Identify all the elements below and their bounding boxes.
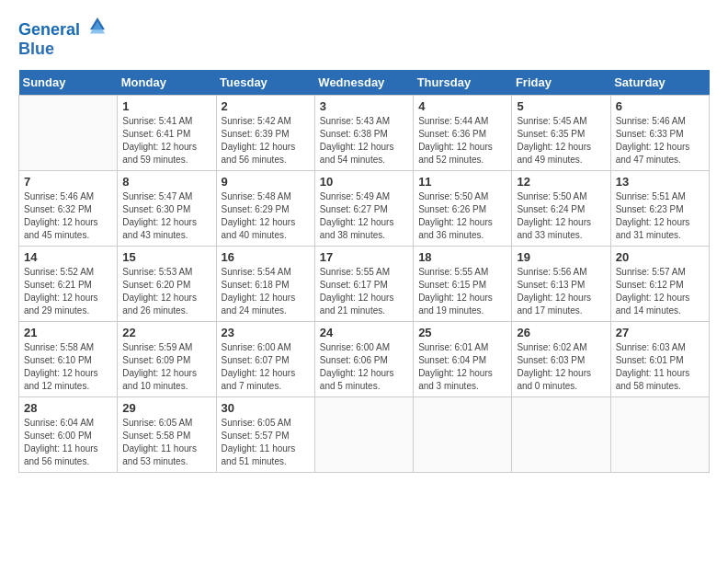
logo: General Blue [18, 15, 108, 59]
day-cell: 8Sunrise: 5:47 AM Sunset: 6:30 PM Daylig… [118, 170, 216, 246]
day-number: 14 [24, 250, 112, 264]
day-cell: 4Sunrise: 5:44 AM Sunset: 6:36 PM Daylig… [414, 95, 512, 170]
day-number: 1 [122, 99, 210, 113]
day-number: 28 [24, 401, 112, 415]
day-cell: 9Sunrise: 5:48 AM Sunset: 6:29 PM Daylig… [216, 170, 314, 246]
day-info: Sunrise: 5:55 AM Sunset: 6:15 PM Dayligh… [418, 266, 506, 317]
day-cell: 15Sunrise: 5:53 AM Sunset: 6:20 PM Dayli… [118, 246, 216, 321]
day-info: Sunrise: 6:00 AM Sunset: 6:07 PM Dayligh… [222, 341, 310, 393]
day-number: 2 [222, 99, 310, 113]
day-number: 3 [320, 99, 408, 113]
logo-icon [87, 15, 108, 35]
day-info: Sunrise: 6:00 AM Sunset: 6:06 PM Dayligh… [320, 341, 408, 393]
day-number: 7 [24, 175, 112, 189]
day-cell: 10Sunrise: 5:49 AM Sunset: 6:27 PM Dayli… [314, 170, 413, 246]
day-cell [610, 396, 709, 472]
day-cell: 24Sunrise: 6:00 AM Sunset: 6:06 PM Dayli… [314, 321, 413, 396]
day-info: Sunrise: 5:58 AM Sunset: 6:10 PM Dayligh… [24, 341, 112, 393]
day-info: Sunrise: 5:48 AM Sunset: 6:29 PM Dayligh… [222, 190, 310, 242]
day-cell: 14Sunrise: 5:52 AM Sunset: 6:21 PM Dayli… [19, 246, 118, 321]
day-cell: 21Sunrise: 5:58 AM Sunset: 6:10 PM Dayli… [19, 321, 118, 396]
day-info: Sunrise: 5:47 AM Sunset: 6:30 PM Dayligh… [122, 190, 210, 242]
day-info: Sunrise: 5:51 AM Sunset: 6:23 PM Dayligh… [616, 190, 704, 242]
day-cell: 20Sunrise: 5:57 AM Sunset: 6:12 PM Dayli… [610, 246, 709, 321]
day-cell: 27Sunrise: 6:03 AM Sunset: 6:01 PM Dayli… [610, 321, 709, 396]
logo-blue: Blue [18, 40, 108, 59]
day-cell: 5Sunrise: 5:45 AM Sunset: 6:35 PM Daylig… [512, 95, 610, 170]
day-info: Sunrise: 5:56 AM Sunset: 6:13 PM Dayligh… [517, 266, 605, 317]
day-info: Sunrise: 5:57 AM Sunset: 6:12 PM Dayligh… [616, 266, 704, 317]
day-info: Sunrise: 5:42 AM Sunset: 6:39 PM Dayligh… [222, 115, 310, 167]
day-cell: 7Sunrise: 5:46 AM Sunset: 6:32 PM Daylig… [19, 170, 118, 246]
week-row-4: 21Sunrise: 5:58 AM Sunset: 6:10 PM Dayli… [19, 321, 710, 396]
weekday-header-friday: Friday [512, 70, 610, 96]
day-number: 16 [222, 250, 310, 264]
day-info: Sunrise: 6:02 AM Sunset: 6:03 PM Dayligh… [517, 341, 605, 393]
day-cell [414, 396, 512, 472]
day-cell: 18Sunrise: 5:55 AM Sunset: 6:15 PM Dayli… [414, 246, 512, 321]
day-number: 25 [418, 326, 506, 339]
day-cell: 12Sunrise: 5:50 AM Sunset: 6:24 PM Dayli… [512, 170, 610, 246]
day-cell: 28Sunrise: 6:04 AM Sunset: 6:00 PM Dayli… [19, 396, 118, 472]
day-cell: 11Sunrise: 5:50 AM Sunset: 6:26 PM Dayli… [414, 170, 512, 246]
day-cell: 2Sunrise: 5:42 AM Sunset: 6:39 PM Daylig… [216, 95, 314, 170]
day-number: 13 [616, 175, 704, 189]
weekday-header-saturday: Saturday [610, 70, 709, 96]
day-cell: 19Sunrise: 5:56 AM Sunset: 6:13 PM Dayli… [512, 246, 610, 321]
day-cell: 25Sunrise: 6:01 AM Sunset: 6:04 PM Dayli… [414, 321, 512, 396]
day-number: 8 [122, 175, 210, 189]
day-number: 27 [616, 326, 704, 339]
week-row-2: 7Sunrise: 5:46 AM Sunset: 6:32 PM Daylig… [19, 170, 710, 246]
day-number: 17 [320, 250, 408, 264]
day-info: Sunrise: 6:05 AM Sunset: 5:58 PM Dayligh… [122, 417, 210, 468]
day-info: Sunrise: 5:45 AM Sunset: 6:35 PM Dayligh… [517, 115, 605, 167]
day-info: Sunrise: 5:55 AM Sunset: 6:17 PM Dayligh… [320, 266, 408, 317]
day-number: 19 [517, 250, 605, 264]
day-info: Sunrise: 5:41 AM Sunset: 6:41 PM Dayligh… [122, 115, 210, 167]
day-cell: 30Sunrise: 6:05 AM Sunset: 5:57 PM Dayli… [216, 396, 314, 472]
calendar-table: SundayMondayTuesdayWednesdayThursdayFrid… [18, 70, 710, 473]
day-info: Sunrise: 6:01 AM Sunset: 6:04 PM Dayligh… [418, 341, 506, 393]
page-container: General Blue SundayMondayTuesdayWednesda… [0, 0, 728, 482]
day-number: 11 [418, 175, 506, 189]
day-number: 23 [222, 326, 310, 339]
day-number: 20 [616, 250, 704, 264]
day-number: 15 [122, 250, 210, 264]
day-cell: 29Sunrise: 6:05 AM Sunset: 5:58 PM Dayli… [118, 396, 216, 472]
day-info: Sunrise: 5:44 AM Sunset: 6:36 PM Dayligh… [418, 115, 506, 167]
day-number: 21 [24, 326, 112, 339]
day-number: 6 [616, 99, 704, 113]
day-info: Sunrise: 5:50 AM Sunset: 6:24 PM Dayligh… [517, 190, 605, 242]
day-cell [19, 95, 118, 170]
day-info: Sunrise: 5:53 AM Sunset: 6:20 PM Dayligh… [122, 266, 210, 317]
day-number: 29 [122, 401, 210, 415]
day-info: Sunrise: 5:43 AM Sunset: 6:38 PM Dayligh… [320, 115, 408, 167]
day-info: Sunrise: 5:52 AM Sunset: 6:21 PM Dayligh… [24, 266, 112, 317]
day-number: 18 [418, 250, 506, 264]
day-info: Sunrise: 5:54 AM Sunset: 6:18 PM Dayligh… [222, 266, 310, 317]
day-info: Sunrise: 5:46 AM Sunset: 6:32 PM Dayligh… [24, 190, 112, 242]
day-number: 5 [517, 99, 605, 113]
day-cell: 16Sunrise: 5:54 AM Sunset: 6:18 PM Dayli… [216, 246, 314, 321]
day-cell: 3Sunrise: 5:43 AM Sunset: 6:38 PM Daylig… [314, 95, 413, 170]
day-cell: 1Sunrise: 5:41 AM Sunset: 6:41 PM Daylig… [118, 95, 216, 170]
day-cell [512, 396, 610, 472]
weekday-header-monday: Monday [118, 70, 216, 96]
day-number: 30 [222, 401, 310, 415]
logo-text: General [18, 15, 108, 40]
week-row-5: 28Sunrise: 6:04 AM Sunset: 6:00 PM Dayli… [19, 396, 710, 472]
day-cell: 23Sunrise: 6:00 AM Sunset: 6:07 PM Dayli… [216, 321, 314, 396]
day-number: 4 [418, 99, 506, 113]
weekday-header-row: SundayMondayTuesdayWednesdayThursdayFrid… [19, 70, 710, 96]
week-row-1: 1Sunrise: 5:41 AM Sunset: 6:41 PM Daylig… [19, 95, 710, 170]
day-cell: 6Sunrise: 5:46 AM Sunset: 6:33 PM Daylig… [610, 95, 709, 170]
day-cell [314, 396, 413, 472]
day-info: Sunrise: 5:46 AM Sunset: 6:33 PM Dayligh… [616, 115, 704, 167]
day-number: 24 [320, 326, 408, 339]
day-number: 12 [517, 175, 605, 189]
day-cell: 13Sunrise: 5:51 AM Sunset: 6:23 PM Dayli… [610, 170, 709, 246]
page-header: General Blue [18, 15, 710, 59]
week-row-3: 14Sunrise: 5:52 AM Sunset: 6:21 PM Dayli… [19, 246, 710, 321]
day-cell: 22Sunrise: 5:59 AM Sunset: 6:09 PM Dayli… [118, 321, 216, 396]
day-number: 22 [122, 326, 210, 339]
